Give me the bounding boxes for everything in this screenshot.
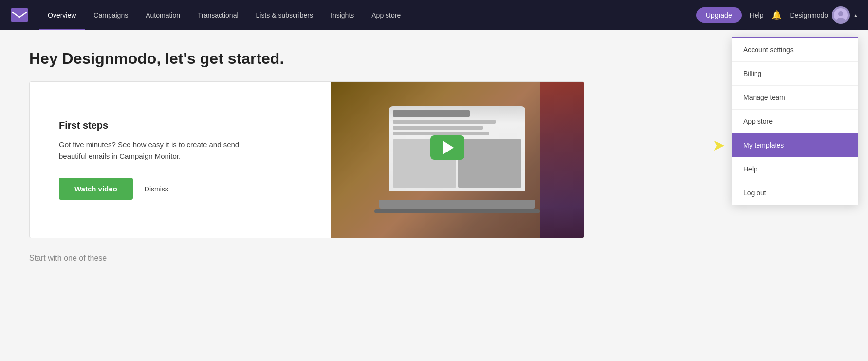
nav-item-overview[interactable]: Overview	[39, 0, 85, 30]
watch-video-button[interactable]: Watch video	[59, 178, 133, 200]
dropdown-item-manage-team[interactable]: Manage team	[732, 86, 858, 110]
nav-item-automation[interactable]: Automation	[137, 0, 189, 30]
play-button-overlay[interactable]	[430, 135, 464, 160]
first-steps-title: First steps	[59, 120, 301, 131]
nav-item-appstore[interactable]: App store	[363, 0, 409, 30]
start-section-title: Start with one of these	[29, 254, 584, 263]
nav-item-insights[interactable]: Insights	[322, 0, 363, 30]
dropdown-item-logout[interactable]: Log out	[732, 181, 858, 205]
first-steps-left: First steps Got five minutes? See how ea…	[30, 82, 331, 238]
dropdown-item-account-settings[interactable]: Account settings	[732, 38, 858, 62]
laptop-base	[379, 200, 535, 209]
user-menu-trigger[interactable]: Designmodo ▲	[790, 6, 858, 24]
avatar	[832, 6, 850, 24]
notifications-icon[interactable]: 🔔	[771, 10, 782, 20]
laptop-bottom	[374, 209, 540, 213]
video-thumbnail	[331, 82, 584, 238]
dismiss-button[interactable]: Dismiss	[145, 185, 168, 193]
nav-items: Overview Campaigns Automation Transactio…	[39, 0, 696, 30]
dropdown-item-app-store[interactable]: App store	[732, 110, 858, 133]
first-steps-actions: Watch video Dismiss	[59, 178, 301, 200]
user-dropdown-menu: Account settings Billing Manage team App…	[732, 37, 858, 205]
page-title: Hey Designmodo, let's get started.	[29, 50, 839, 68]
chevron-up-icon: ▲	[853, 13, 858, 18]
laptop-mockup	[374, 106, 540, 213]
app-logo[interactable]	[10, 5, 29, 25]
nav-item-campaigns[interactable]: Campaigns	[85, 0, 137, 30]
first-steps-description: Got five minutes? See how easy it is to …	[59, 139, 244, 162]
dropdown-item-my-templates[interactable]: ➤ My templates	[732, 133, 858, 157]
svg-rect-0	[11, 8, 28, 22]
first-steps-card: First steps Got five minutes? See how ea…	[29, 81, 584, 238]
username-label: Designmodo	[790, 11, 828, 19]
dropdown-item-help[interactable]: Help	[732, 157, 858, 181]
nav-right: Upgrade Help 🔔 Designmodo ▲ Account sett…	[696, 6, 858, 24]
nav-item-transactional[interactable]: Transactional	[189, 0, 247, 30]
dropdown-item-billing[interactable]: Billing	[732, 62, 858, 86]
svg-point-2	[838, 11, 843, 16]
nav-item-lists-subscribers[interactable]: Lists & subscribers	[247, 0, 322, 30]
upgrade-button[interactable]: Upgrade	[696, 7, 742, 23]
arrow-pointer-icon: ➤	[712, 136, 725, 154]
help-link[interactable]: Help	[750, 11, 764, 19]
flowers-decoration	[540, 82, 584, 238]
navbar: Overview Campaigns Automation Transactio…	[0, 0, 868, 30]
